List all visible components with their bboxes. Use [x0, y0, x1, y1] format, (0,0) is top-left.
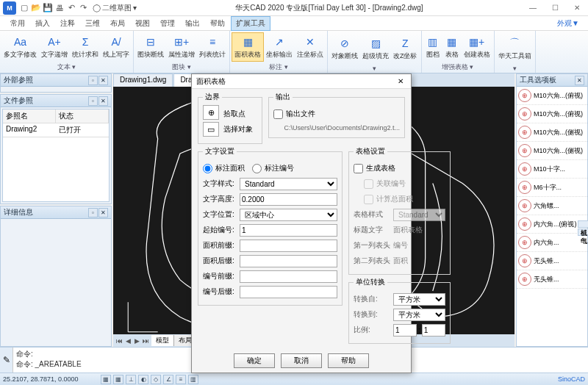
ribbon-group-label[interactable]: 文本 ▾	[1, 62, 132, 73]
nav-next-icon[interactable]: ▶	[132, 337, 141, 345]
dialog-close-icon[interactable]: ✕	[395, 76, 406, 87]
ribbon-改Z坐标[interactable]: Z改Z坐标	[391, 32, 420, 64]
label-area-radio[interactable]	[203, 164, 212, 173]
col-refname[interactable]: 参照名	[3, 109, 56, 123]
panel-btn[interactable]: ▫	[88, 96, 98, 106]
ribbon-坐标输出[interactable]: ↗坐标输出	[264, 32, 295, 62]
menu-layout[interactable]: 布局	[106, 17, 129, 30]
col-status[interactable]: 状态	[56, 109, 109, 123]
layout-tab-model[interactable]: 模型	[151, 335, 174, 346]
panel-close-icon[interactable]: ✕	[98, 76, 108, 85]
open-icon[interactable]: 📂	[31, 3, 41, 13]
text-style-select[interactable]: Standard	[240, 178, 337, 190]
save-icon[interactable]: 💾	[43, 3, 53, 13]
table-row[interactable]: Drawing2 已打开	[3, 123, 109, 137]
ribbon-图档[interactable]: ▥图档	[423, 32, 442, 62]
ribbon-线上写字[interactable]: A/线上写字	[101, 32, 132, 62]
panel-close-icon[interactable]: ✕	[98, 96, 108, 106]
ribbon-面积表格[interactable]: ▦面积表格	[232, 32, 264, 62]
palette-item[interactable]: ⊕M10十字...	[517, 160, 587, 179]
ratio-1-input[interactable]	[393, 324, 417, 337]
ribbon-文字递增[interactable]: A+文字递增	[39, 32, 70, 62]
panel-close-icon[interactable]: ✕	[98, 208, 108, 217]
ribbon-超级填充[interactable]: ▨超级填充	[360, 32, 391, 64]
menu-annotate[interactable]: 注释	[56, 17, 79, 30]
ribbon-group-label[interactable]: ▾	[329, 64, 420, 73]
conv-from-select[interactable]: 平方米	[393, 293, 445, 306]
menu-ext-tools[interactable]: 扩展工具	[231, 16, 270, 31]
text-pos-select[interactable]: 区域中心	[240, 209, 337, 221]
panel-btn[interactable]: ▫	[88, 76, 98, 85]
maximize-button[interactable]: ☐	[544, 0, 566, 16]
no-suffix-input[interactable]	[240, 286, 337, 298]
ribbon-多文字修改[interactable]: Aa多文字修改	[1, 32, 39, 62]
menu-3d[interactable]: 三维	[81, 17, 104, 30]
ribbon-统计求和[interactable]: Σ统计求和	[70, 32, 101, 62]
palette-item[interactable]: ⊕M10六角...(侧视)	[517, 142, 587, 160]
select-obj-button[interactable]: ▭	[203, 122, 219, 137]
new-icon[interactable]: ▢	[19, 3, 29, 13]
ratio-2-input[interactable]	[422, 324, 445, 337]
redo-icon[interactable]: ↷	[78, 3, 88, 13]
palette-item[interactable]: ⊕M10六角...(俯视)	[517, 87, 587, 105]
menu-home[interactable]: 常用	[6, 17, 29, 30]
vtab[interactable]: 机械	[578, 220, 588, 228]
snap-toggle[interactable]: ▦	[101, 375, 111, 384]
ribbon-列表统计[interactable]: ≡列表统计	[197, 32, 228, 62]
ribbon-属性递增[interactable]: ⊞+属性递增	[166, 32, 197, 62]
workspace-dropdown[interactable]: ◯二维草图▾	[93, 3, 137, 13]
palette-item[interactable]: ⊕M6十字...	[517, 179, 587, 197]
area-prefix-input[interactable]	[240, 240, 337, 252]
ribbon-group-label[interactable]: ▾	[496, 64, 534, 73]
ortho-toggle[interactable]: ⊥	[126, 375, 136, 384]
output-file-checkbox[interactable]	[273, 109, 283, 119]
label-no-radio[interactable]	[252, 164, 262, 173]
panel-close-icon[interactable]: ✕	[575, 76, 584, 85]
nav-prev-icon[interactable]: ◀	[123, 337, 132, 345]
undo-icon[interactable]: ↶	[66, 3, 76, 13]
doc-tab[interactable]: Drawing1.dwg	[113, 73, 173, 87]
panel-btn[interactable]: ▫	[88, 208, 98, 217]
no-prefix-input[interactable]	[240, 270, 337, 283]
osnap-toggle[interactable]: ◇	[151, 375, 161, 384]
ribbon-华天工具箱[interactable]: ⌒华天工具箱	[496, 32, 534, 64]
area-suffix-input[interactable]	[240, 255, 337, 267]
ribbon-注坐标点[interactable]: ✕注坐标点	[295, 32, 326, 62]
gen-table-checkbox[interactable]	[354, 164, 363, 173]
palette-item[interactable]: ⊕内六角...	[517, 234, 587, 252]
palette-item[interactable]: ⊕六角螺...	[517, 197, 587, 215]
ribbon-group-label[interactable]: 图块 ▾	[135, 62, 228, 73]
ribbon-图块断线[interactable]: ⊟图块断线	[135, 32, 166, 62]
menu-view[interactable]: 视图	[131, 17, 154, 30]
ribbon-group-label[interactable]: 标注 ▾	[232, 62, 326, 73]
ribbon-group-label[interactable]: 增强表格 ▾	[423, 62, 492, 73]
ribbon-对象断线[interactable]: ⊘对象断线	[329, 32, 360, 64]
menu-manage[interactable]: 管理	[156, 17, 179, 30]
help-button[interactable]: 帮助	[328, 353, 369, 368]
palette-item[interactable]: ⊕无头锥...	[517, 270, 587, 289]
palette-item[interactable]: ⊕M10六角...(俯视)	[517, 105, 587, 123]
print-icon[interactable]: 🖶	[54, 3, 65, 13]
palette-item[interactable]: ⊕无头锥...	[517, 252, 587, 270]
ribbon-表格[interactable]: ▦表格	[442, 32, 462, 62]
palette-item[interactable]: ⊕内六角...(俯视)	[517, 215, 587, 234]
ok-button[interactable]: 确定	[234, 353, 275, 368]
menu-output[interactable]: 输出	[181, 17, 204, 30]
nav-last-icon[interactable]: ⏭	[141, 337, 150, 345]
grid-toggle[interactable]: ▦	[113, 375, 123, 384]
model-toggle[interactable]: ▥	[188, 375, 198, 384]
minimize-button[interactable]: —	[522, 0, 544, 16]
conv-to-select[interactable]: 平方米	[393, 309, 445, 321]
menu-insert[interactable]: 插入	[31, 17, 54, 30]
menu-help[interactable]: 帮助	[206, 17, 229, 30]
lwt-toggle[interactable]: ≡	[176, 375, 186, 384]
appearance-dropdown[interactable]: 外观▼	[553, 17, 584, 30]
palette-item[interactable]: ⊕M10六角...(侧视)	[517, 123, 587, 142]
ribbon-创建表格[interactable]: ▦+创建表格	[462, 32, 492, 62]
pick-point-button[interactable]: ⊕	[203, 105, 219, 120]
cancel-button[interactable]: 取消	[281, 353, 322, 368]
text-height-input[interactable]	[240, 193, 337, 206]
nav-first-icon[interactable]: ⏮	[115, 337, 123, 345]
vtab[interactable]: 电气	[578, 229, 588, 236]
polar-toggle[interactable]: ◐	[138, 375, 148, 384]
